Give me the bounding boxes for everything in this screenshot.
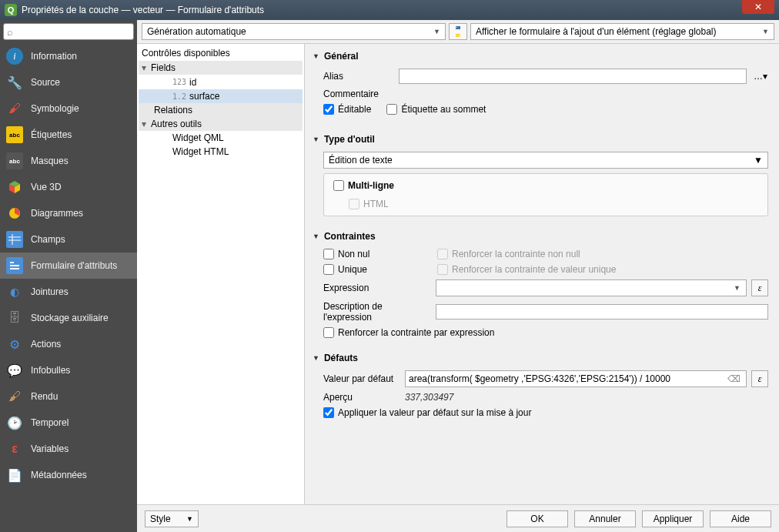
masks-icon: abc	[6, 152, 23, 169]
sidebar-item-variables[interactable]: ε Variables	[0, 436, 137, 462]
enforce-not-null-checkbox: Renforcer la contrainte non null	[437, 249, 580, 259]
section-toggle-widget[interactable]: ▼ Type d'outil	[313, 132, 771, 147]
svg-rect-9	[10, 262, 14, 263]
default-value-label: Valeur par défaut	[323, 373, 400, 384]
combo-value: Afficher le formulaire à l'ajout d'un él…	[476, 26, 717, 37]
sidebar-item-labels[interactable]: abc Étiquettes	[0, 122, 137, 148]
form-display-combo[interactable]: Afficher le formulaire à l'ajout d'un él…	[470, 23, 774, 40]
svg-point-12	[456, 27, 456, 28]
not-null-checkbox[interactable]: Non nul	[323, 249, 431, 259]
sidebar-item-label: Vue 3D	[31, 182, 62, 192]
app-icon: Q	[5, 4, 17, 16]
sidebar-item-label: Stockage auxiliaire	[31, 313, 109, 323]
label-on-top-checkbox[interactable]: Étiquette au sommet	[386, 104, 486, 115]
sidebar-item-information[interactable]: i Information	[0, 43, 137, 69]
title-bar: Q Propriétés de la couche — vecteur — Fo…	[0, 0, 779, 20]
sidebar-item-actions[interactable]: ⚙ Actions	[0, 331, 137, 357]
sidebar-item-attributes-form[interactable]: Formulaire d'attributs	[0, 253, 137, 279]
widget-options-box: Multi-ligne HTML	[323, 173, 768, 216]
alias-label: Alias	[323, 71, 393, 82]
sidebar-item-masks[interactable]: abc Masques	[0, 148, 137, 174]
sidebar-item-metadata[interactable]: 📄 Métadonnées	[0, 462, 137, 488]
sidebar-item-joins[interactable]: ◐ Jointures	[0, 279, 137, 305]
ok-button[interactable]: OK	[507, 510, 568, 527]
labels-icon: abc	[6, 126, 23, 143]
brush-icon: 🖌	[6, 388, 23, 405]
tree-widget-html[interactable]: Widget HTML	[139, 145, 303, 159]
triangle-down-icon: ▼	[313, 233, 319, 240]
section-general: ▼ Général Alias …▾ Commentaire	[313, 49, 771, 124]
chevron-down-icon[interactable]: ▼	[731, 284, 743, 292]
section-widget-type: ▼ Type d'outil Édition de texte ▼ Multi-…	[313, 132, 771, 221]
tree-group-other[interactable]: ▾Autres outils	[139, 117, 303, 131]
form-icon	[6, 257, 23, 274]
expression-builder-button[interactable]: ε	[751, 279, 768, 296]
sidebar-item-aux-storage[interactable]: 🗄 Stockage auxiliaire	[0, 305, 137, 331]
chevron-down-icon: ▼	[433, 28, 440, 35]
default-value-input[interactable]: ⌫	[405, 370, 747, 387]
actions-icon: ⚙	[6, 336, 23, 353]
section-constraints: ▼ Contraintes Non nul Renforcer la contr…	[313, 229, 771, 343]
tree-group-relations[interactable]: Relations	[139, 103, 303, 117]
widget-type-combo[interactable]: Édition de texte ▼	[323, 152, 768, 169]
alias-options-button[interactable]: …▾	[753, 71, 768, 82]
sidebar-item-label: Jointures	[31, 286, 69, 297]
expression-builder-button[interactable]: ε	[751, 370, 768, 387]
svg-rect-10	[10, 265, 19, 266]
sidebar-item-label: Symbologie	[31, 103, 79, 114]
sidebar-item-label: Champs	[31, 234, 65, 245]
sidebar-item-label: Étiquettes	[31, 129, 72, 140]
sidebar-item-diagrams[interactable]: Diagrammes	[0, 200, 137, 226]
apply-button[interactable]: Appliquer	[642, 510, 704, 527]
svg-rect-11	[10, 268, 19, 269]
chevron-down-icon: ▼	[186, 515, 193, 523]
tree-header: Contrôles disponibles	[139, 45, 303, 61]
svg-rect-4	[8, 234, 21, 245]
multiline-checkbox[interactable]: Multi-ligne	[333, 180, 758, 191]
sidebar-item-label: Temporel	[31, 417, 69, 428]
section-toggle-constraints[interactable]: ▼ Contraintes	[313, 229, 771, 244]
python-button[interactable]	[449, 23, 467, 40]
apply-on-update-checkbox[interactable]: Appliquer la valeur par défaut sur la mi…	[323, 407, 768, 418]
sidebar-item-temporal[interactable]: 🕑 Temporel	[0, 410, 137, 436]
help-button[interactable]: Aide	[710, 510, 771, 527]
editable-checkbox[interactable]: Éditable	[323, 104, 371, 115]
sidebar-item-source[interactable]: 🔧 Source	[0, 69, 137, 95]
sidebar-item-symbology[interactable]: 🖌 Symbologie	[0, 95, 137, 122]
enforce-unique-checkbox: Renforcer la contrainte de valeur unique	[437, 264, 616, 275]
sidebar-item-fields[interactable]: Champs	[0, 226, 137, 253]
tree-field-id[interactable]: 123id	[139, 75, 303, 89]
triangle-down-icon: ▼	[313, 136, 319, 143]
cancel-button[interactable]: Annuler	[574, 510, 636, 527]
constraint-expression-input[interactable]: ▼	[436, 279, 747, 296]
metadata-icon: 📄	[6, 467, 23, 483]
layout-mode-combo[interactable]: Génération automatique ▼	[142, 23, 446, 40]
preview-label: Aperçu	[323, 392, 400, 403]
unique-checkbox[interactable]: Unique	[323, 264, 431, 275]
sidebar-item-3dview[interactable]: Vue 3D	[0, 174, 137, 200]
source-icon: 🔧	[6, 74, 23, 91]
main-panel: Génération automatique ▼ Afficher le for…	[137, 20, 779, 532]
form-settings-panel: ▼ Général Alias …▾ Commentaire	[305, 44, 779, 504]
tree-field-surface[interactable]: 1.2surface	[139, 89, 303, 104]
sidebar-item-label: Information	[31, 51, 77, 62]
section-toggle-defaults[interactable]: ▼ Défauts	[313, 350, 771, 366]
html-checkbox: HTML	[333, 199, 758, 209]
search-input[interactable]	[3, 23, 134, 40]
expression-desc-input[interactable]	[436, 304, 768, 320]
section-toggle-general[interactable]: ▼ Général	[313, 49, 771, 64]
tree-widget-qml[interactable]: Widget QML	[139, 131, 303, 145]
sidebar-item-display[interactable]: 💬 Infobulles	[0, 357, 137, 383]
sidebar-item-rendering[interactable]: 🖌 Rendu	[0, 383, 137, 410]
controls-tree: Contrôles disponibles ▾Fields 123id 1.2s…	[137, 44, 305, 504]
python-icon	[452, 25, 464, 38]
clear-icon[interactable]: ⌫	[725, 373, 743, 384]
sidebar-item-label: Formulaire d'attributs	[31, 260, 117, 271]
tree-group-fields[interactable]: ▾Fields	[139, 61, 303, 75]
comment-label: Commentaire	[323, 89, 393, 99]
alias-input[interactable]	[399, 69, 747, 84]
info-icon: i	[6, 48, 23, 65]
enforce-expression-checkbox[interactable]: Renforcer la contrainte par expression	[323, 327, 768, 338]
style-menu-button[interactable]: Style ▼	[145, 510, 199, 527]
close-button[interactable]: ✕	[742, 0, 774, 14]
